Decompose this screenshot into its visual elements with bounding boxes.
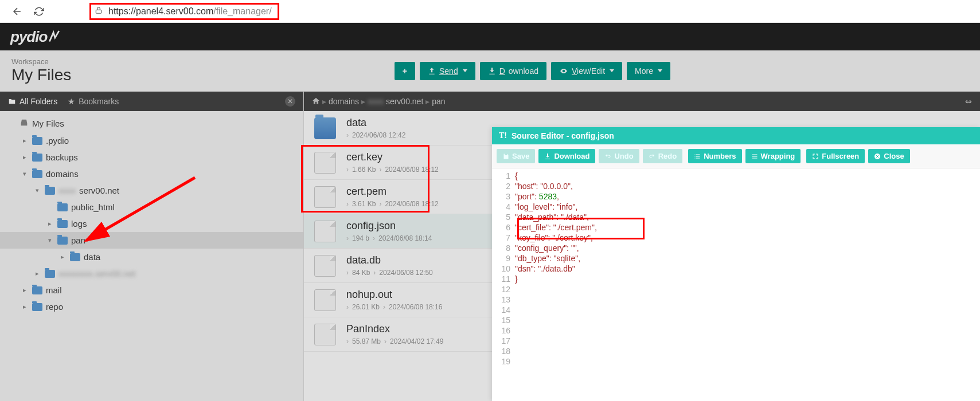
tree-item[interactable]: ▾xxxxserv00.net — [0, 182, 303, 199]
sidebar-tabs: All Folders ★ Bookmarks ✕ — [0, 92, 303, 111]
folder-icon — [57, 220, 68, 228]
tree-item-label: logs — [71, 219, 87, 229]
file-name: PanIndex — [346, 323, 443, 335]
workspace-label: Workspace — [11, 57, 71, 66]
tab-bookmarks[interactable]: ★ Bookmarks — [68, 97, 119, 106]
file-name: cert.pem — [346, 186, 439, 198]
folder-icon — [57, 237, 68, 245]
file-icon — [314, 186, 336, 208]
tree-item[interactable]: ▾domains — [0, 166, 303, 182]
text-icon: T! — [499, 131, 507, 140]
folder-icon — [70, 253, 80, 261]
redo-button: Redo — [643, 149, 683, 163]
fullscreen-button[interactable]: Fullscreen — [806, 149, 865, 163]
more-button[interactable]: More — [627, 62, 670, 80]
file-name: config.json — [346, 220, 432, 232]
wrapping-button[interactable]: Wrapping — [745, 149, 801, 163]
editor-download-button[interactable]: Download — [538, 149, 595, 163]
workspace-bar: Workspace My Files + Send Download View/… — [0, 50, 980, 92]
editor-toolbar: Save Download Undo Redo Numbers — [492, 144, 980, 168]
folder-icon — [57, 203, 68, 211]
folder-icon — [45, 270, 55, 278]
breadcrumb: ▸ domains ▸ xxxx serv00.net ▸ pan ⇔ — [304, 92, 980, 111]
chevron-icon: ▸ — [23, 137, 29, 144]
drive-icon — [19, 118, 29, 129]
view-edit-button[interactable]: View/Edit — [551, 62, 622, 80]
send-button[interactable]: Send — [420, 62, 475, 80]
folder-tree: My Files▸.pydio▸backups▾domains▾xxxxserv… — [0, 111, 303, 319]
chevron-icon: ▸ — [61, 253, 67, 261]
svg-rect-0 — [96, 10, 101, 13]
chevron-icon: ▸ — [23, 286, 29, 294]
file-icon — [314, 324, 336, 345]
undo-button: Undo — [599, 149, 639, 163]
tree-item[interactable]: ▸.pydio — [0, 132, 303, 149]
save-button: Save — [497, 149, 535, 163]
file-meta: › 194 b › 2024/06/08 18:14 — [346, 234, 432, 242]
tree-item-label: xxxxxxxx.serv00.net — [58, 269, 135, 278]
tree-item[interactable]: public_html — [0, 199, 303, 215]
tree-item-label: serv00.net — [79, 186, 119, 195]
tree-item-label: data — [84, 252, 100, 262]
close-icon[interactable]: ✕ — [285, 96, 295, 107]
address-bar[interactable]: https://panel4.serv00.com/file_manager/ — [89, 3, 279, 20]
chevron-icon: ▸ — [36, 270, 41, 277]
crumb-pan[interactable]: pan — [432, 97, 445, 106]
tree-item-label: public_html — [71, 202, 115, 212]
file-name: cert.key — [346, 151, 439, 163]
tree-item[interactable]: ▸mail — [0, 282, 303, 298]
chevron-icon: ▸ — [23, 154, 29, 161]
new-button[interactable]: + — [395, 62, 415, 80]
tree-item-label: My Files — [32, 119, 64, 128]
tree-item[interactable]: ▸xxxxxxxx.serv00.net — [0, 265, 303, 282]
chevron-icon: ▸ — [48, 220, 54, 227]
tree-item[interactable]: ▾pan — [0, 232, 303, 249]
crumb-hidden[interactable]: xxxx — [368, 97, 384, 106]
file-icon — [314, 221, 336, 242]
crumb-serv00[interactable]: serv00.net — [386, 97, 423, 106]
file-name: data.db — [346, 254, 433, 266]
browser-toolbar: https://panel4.serv00.com/file_manager/ — [0, 0, 980, 23]
crumb-domains[interactable]: domains — [329, 97, 359, 106]
tree-item-label: domains — [46, 169, 79, 179]
folder-icon — [32, 137, 42, 145]
folder-icon — [32, 286, 42, 294]
editor-title-bar: T! Source Editor - config.json — [492, 127, 980, 144]
tab-all-folders[interactable]: All Folders — [8, 97, 57, 106]
app-header: pydio — [0, 23, 980, 50]
tree-item-label: backups — [46, 152, 78, 162]
editor-body[interactable]: 12345678910111213141516171819 { "host": … — [492, 168, 980, 401]
reload-icon[interactable] — [33, 6, 45, 17]
expand-icon[interactable]: ⇔ — [965, 97, 972, 106]
star-icon: ★ — [68, 97, 75, 106]
chevron-icon: ▾ — [48, 237, 54, 244]
tree-item[interactable]: ▸repo — [0, 298, 303, 315]
close-button[interactable]: Close — [868, 149, 909, 163]
file-name: data — [346, 117, 405, 129]
folder-icon — [314, 117, 336, 139]
chevron-icon: ▸ — [23, 303, 29, 310]
file-meta: › 2024/06/08 12:42 — [346, 131, 405, 139]
tree-item[interactable]: ▸data — [0, 249, 303, 265]
chevron-icon: ▾ — [23, 170, 29, 178]
source-editor: T! Source Editor - config.json Save Down… — [492, 127, 980, 401]
home-icon[interactable] — [312, 97, 320, 107]
numbers-button[interactable]: Numbers — [688, 149, 741, 163]
file-meta: › 3.61 Kb › 2024/06/08 18:12 — [346, 200, 439, 208]
back-icon[interactable] — [11, 6, 23, 17]
folder-icon — [32, 170, 42, 178]
tree-item[interactable]: ▸backups — [0, 149, 303, 166]
download-button[interactable]: Download — [480, 62, 546, 80]
url-text: https://panel4.serv00.com/file_manager/ — [108, 6, 272, 17]
sidebar: All Folders ★ Bookmarks ✕ My Files▸.pydi… — [0, 92, 304, 401]
tree-item-label: pan — [71, 235, 85, 245]
tree-item[interactable]: My Files — [0, 115, 303, 132]
file-icon — [314, 152, 336, 174]
tree-item-label: .pydio — [46, 136, 69, 146]
file-meta: › 1.66 Kb › 2024/06/08 18:12 — [346, 166, 439, 174]
file-meta: › 26.01 Kb › 2024/06/08 18:16 — [346, 303, 442, 311]
file-icon — [314, 255, 336, 277]
tree-item[interactable]: ▸logs — [0, 215, 303, 232]
file-icon — [314, 289, 336, 311]
folder-icon — [32, 154, 42, 162]
